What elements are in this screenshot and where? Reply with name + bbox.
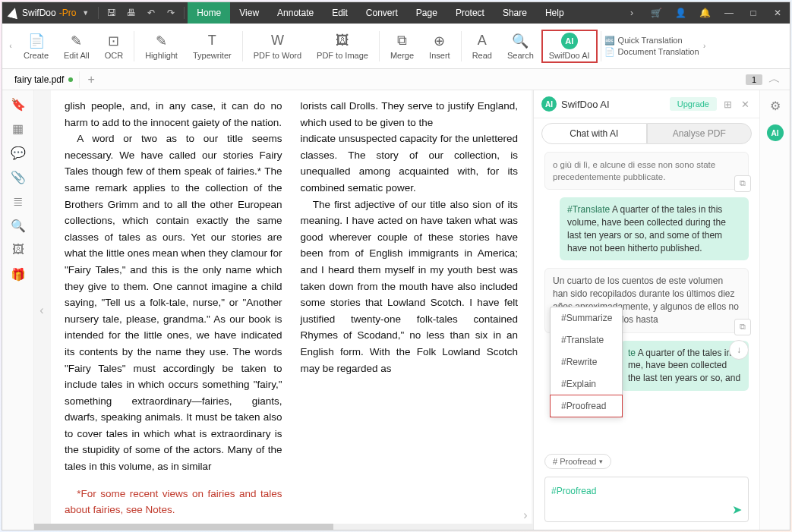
pin-icon[interactable]: ⊞ xyxy=(721,99,734,110)
ai-tabs: Chat with AI Analyse PDF xyxy=(534,118,759,149)
copy-icon[interactable]: ⧉ xyxy=(734,175,751,192)
horizontal-scrollbar[interactable] xyxy=(34,524,533,530)
ribbon-pdf-to-image[interactable]: 🖼PDF to Image xyxy=(309,30,376,63)
ribbon-highlight[interactable]: ✎Highlight xyxy=(137,30,185,63)
chat-area: o giù di lì, e alcune di esse non sono s… xyxy=(534,149,759,451)
ribbon-prev[interactable]: ‹ xyxy=(5,42,16,50)
doc-translate-icon: 📄 xyxy=(604,47,615,57)
ribbon-read[interactable]: ARead xyxy=(465,30,500,63)
menu-page[interactable]: Page xyxy=(407,2,446,24)
hashtag-dropdown: #Summarize #Translate #Rewrite #Explain … xyxy=(550,307,623,417)
ai-sidebar-icon[interactable]: AI xyxy=(766,124,784,142)
ribbon-create[interactable]: 📄Create xyxy=(16,30,56,63)
chip-proofread[interactable]: # Proofread▾ xyxy=(544,454,611,469)
menu-annotate[interactable]: Annotate xyxy=(268,2,323,24)
ribbon-search[interactable]: 🔍Search xyxy=(500,30,541,63)
image-sidebar-icon[interactable]: 🖼 xyxy=(11,242,26,257)
ribbon-merge[interactable]: ⧉Merge xyxy=(383,30,421,63)
gift-icon[interactable]: 🎁 xyxy=(11,266,26,282)
file-tab[interactable]: fairy tale.pdf xyxy=(8,71,80,88)
ribbon: ‹ 📄Create ✎Edit All ⊡OCR ✎Highlight TTyp… xyxy=(2,24,790,69)
menu-convert[interactable]: Convert xyxy=(357,2,407,24)
minimize-icon[interactable]: — xyxy=(717,8,741,18)
thumbnails-icon[interactable]: ▦ xyxy=(11,121,26,136)
app-suffix: -Pro xyxy=(59,8,77,18)
footnote: *For some recent views on fairies and ta… xyxy=(65,486,282,518)
ribbon-edit-all[interactable]: ✎Edit All xyxy=(56,30,97,63)
close-icon[interactable]: ✕ xyxy=(765,8,790,18)
text-paragraph: The first adjective of our title also si… xyxy=(301,197,519,377)
tab-chat-with-ai[interactable]: Chat with AI xyxy=(541,123,647,144)
page-next[interactable]: › xyxy=(518,508,533,522)
modified-dot-icon xyxy=(68,77,73,82)
image-icon: 🖼 xyxy=(334,33,351,49)
settings-slider-icon[interactable]: ⚙ xyxy=(766,96,784,115)
ai-panel: AI SwifDoo AI Upgrade ⊞ ✕ Chat with AI A… xyxy=(533,90,759,530)
attachments-icon[interactable]: 📎 xyxy=(11,169,26,184)
dropdown-item-rewrite[interactable]: #Rewrite xyxy=(551,351,622,373)
redo-icon[interactable]: ↷ xyxy=(161,8,181,18)
search-sidebar-icon[interactable]: 🔍 xyxy=(11,218,26,233)
sidebar-left: 🔖 ▦ 💬 📎 ≣ 🔍 🖼 🎁 xyxy=(2,90,34,530)
dropdown-item-explain[interactable]: #Explain xyxy=(551,373,622,395)
menu-home[interactable]: Home xyxy=(188,2,230,24)
insert-icon: ⊕ xyxy=(431,33,448,49)
merge-icon: ⧉ xyxy=(394,33,411,49)
chat-message-bot: o giù di lì, e alcune di esse non sono s… xyxy=(544,152,749,190)
bell-icon[interactable]: 🔔 xyxy=(693,8,717,18)
print-icon[interactable]: 🖶 xyxy=(121,8,141,18)
sidebar-right: ⚙ AI xyxy=(759,90,790,530)
upgrade-button[interactable]: Upgrade xyxy=(670,97,717,111)
layers-icon[interactable]: ≣ xyxy=(11,194,26,209)
undo-icon[interactable]: ↶ xyxy=(141,8,161,18)
pdf-page[interactable]: glish people, and, in any case, it can d… xyxy=(51,90,532,530)
tabbar: fairy tale.pdf + 1 ︿ xyxy=(2,69,790,90)
ribbon-pdf-to-word[interactable]: WPDF to Word xyxy=(246,30,309,63)
input-hashtag: #Proofread xyxy=(551,486,596,496)
comments-icon[interactable]: 💬 xyxy=(11,145,26,160)
create-icon: 📄 xyxy=(28,33,45,49)
page-column-2: lorists call Drolls. They serve to justi… xyxy=(301,98,519,522)
send-button[interactable]: ➤ xyxy=(732,502,742,517)
ribbon-swifdoo-ai[interactable]: AISwifDoo AI xyxy=(541,30,598,63)
new-tab-button[interactable]: + xyxy=(80,73,102,87)
dropdown-item-proofread[interactable]: #Proofread xyxy=(550,395,623,418)
save-icon[interactable]: 🖫 xyxy=(102,8,121,18)
ribbon-next[interactable]: › xyxy=(699,42,710,50)
bookmark-icon[interactable]: 🔖 xyxy=(11,96,26,112)
cart-icon[interactable]: 🛒 xyxy=(644,8,668,18)
document-translation[interactable]: 📄Document Translation xyxy=(604,47,699,57)
chevron-down-icon: ▾ xyxy=(599,458,603,465)
chat-input[interactable]: #Proofread ➤ xyxy=(544,477,749,522)
menu-help[interactable]: Help xyxy=(536,2,573,24)
chat-message-user: #Translate A quarter of the tales in thi… xyxy=(560,197,749,260)
page-prev[interactable]: ‹ xyxy=(34,90,49,530)
dropdown-item-summarize[interactable]: #Summarize xyxy=(551,307,622,329)
maximize-icon[interactable]: □ xyxy=(741,8,765,18)
edit-icon: ✎ xyxy=(68,33,85,49)
user-icon[interactable]: 👤 xyxy=(668,8,693,18)
dropdown-item-translate[interactable]: #Translate xyxy=(551,329,622,351)
nav-right-icon[interactable]: › xyxy=(620,8,644,18)
ribbon-insert[interactable]: ⊕Insert xyxy=(421,30,458,63)
text-paragraph: A word or two as to our title seems nece… xyxy=(65,131,282,474)
ribbon-ocr[interactable]: ⊡OCR xyxy=(97,30,131,63)
text-fragment: indicate unsuspected capacity for the un… xyxy=(301,131,519,196)
dropdown-icon[interactable]: ▼ xyxy=(82,9,89,17)
translate-icon: 🔤 xyxy=(604,36,615,46)
menu-share[interactable]: Share xyxy=(494,2,536,24)
page-indicator[interactable]: 1 xyxy=(746,74,762,85)
menu-view[interactable]: View xyxy=(230,2,268,24)
collapse-ribbon-icon[interactable]: ︿ xyxy=(765,71,784,87)
copy-icon[interactable]: ⧉ xyxy=(734,319,751,335)
ai-icon: AI xyxy=(561,33,578,49)
menu-edit[interactable]: Edit xyxy=(323,2,357,24)
tab-analyse-pdf[interactable]: Analyse PDF xyxy=(647,123,753,144)
close-panel-icon[interactable]: ✕ xyxy=(739,99,752,110)
ribbon-typewriter[interactable]: TTypewriter xyxy=(185,30,239,63)
document-viewer: ‹ glish people, and, in any case, it can… xyxy=(34,90,533,530)
scroll-down-button[interactable]: ↓ xyxy=(729,340,749,360)
quick-translation[interactable]: 🔤Quick Translation xyxy=(604,36,699,46)
chat-message-bot: Un cuarto de los cuentos de este volumen… xyxy=(544,268,749,332)
menu-protect[interactable]: Protect xyxy=(446,2,494,24)
